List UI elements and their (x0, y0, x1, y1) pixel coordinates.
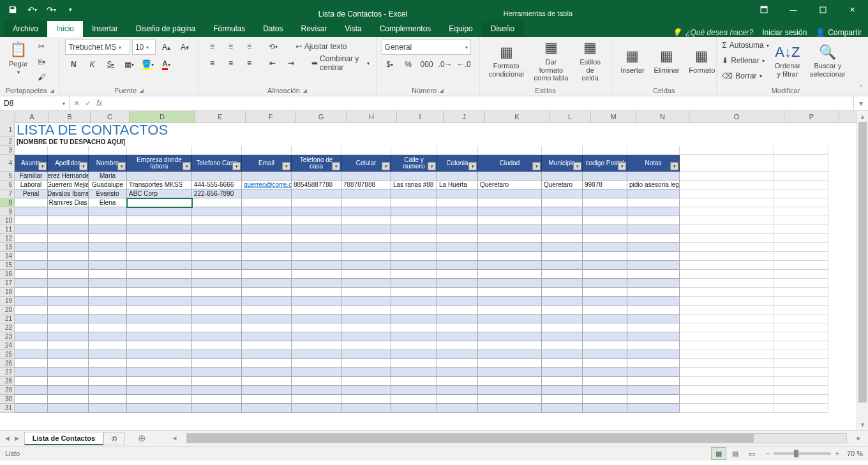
table-header[interactable]: Ciudad▾ (478, 155, 542, 172)
cell[interactable] (542, 359, 583, 368)
cell[interactable] (292, 234, 341, 243)
cell[interactable] (292, 350, 341, 359)
cell[interactable] (89, 234, 127, 243)
cell[interactable] (292, 207, 341, 216)
cell[interactable] (774, 359, 828, 368)
cell[interactable] (127, 225, 192, 234)
cell[interactable] (542, 270, 583, 279)
cell[interactable] (542, 306, 583, 314)
cell[interactable] (127, 306, 192, 314)
cell[interactable] (391, 395, 437, 404)
row-header-22[interactable]: 22 (0, 323, 15, 332)
share-button[interactable]: 👤Compartir (816, 28, 862, 37)
cell[interactable] (542, 252, 583, 261)
cell[interactable] (242, 261, 292, 270)
cell[interactable] (292, 279, 341, 288)
cell[interactable] (774, 225, 828, 234)
cell[interactable] (774, 341, 828, 350)
cell[interactable] (391, 216, 437, 225)
cell[interactable] (542, 314, 583, 323)
cell[interactable] (127, 252, 192, 261)
cell[interactable] (15, 359, 48, 368)
cell[interactable] (292, 297, 341, 306)
cell[interactable] (48, 288, 89, 297)
cell[interactable]: guerreo@corre.com (242, 181, 292, 189)
cell[interactable] (48, 207, 89, 216)
cell[interactable] (341, 350, 391, 359)
row-header-26[interactable]: 26 (0, 359, 15, 368)
cell[interactable] (542, 216, 583, 225)
cell[interactable] (437, 395, 478, 404)
cell[interactable] (48, 234, 89, 243)
filter-button[interactable]: ▾ (183, 162, 191, 170)
decrease-decimal-button[interactable]: ←.0 (456, 57, 472, 71)
cell[interactable] (242, 297, 292, 306)
cell[interactable] (437, 404, 478, 413)
cell[interactable] (478, 395, 542, 404)
cell[interactable] (583, 314, 627, 323)
cell[interactable] (627, 279, 680, 288)
cell[interactable] (437, 332, 478, 341)
cell[interactable] (542, 341, 583, 350)
cell[interactable] (583, 225, 627, 234)
cell[interactable] (391, 279, 437, 288)
cell[interactable] (391, 146, 437, 155)
cell[interactable] (89, 146, 127, 155)
table-header[interactable]: Notas▾ (627, 155, 680, 172)
filter-button[interactable]: ▾ (232, 162, 241, 170)
cell[interactable] (127, 279, 192, 288)
cell[interactable] (192, 368, 242, 377)
cell[interactable] (341, 198, 391, 207)
cell[interactable] (437, 261, 478, 270)
cell[interactable] (583, 279, 627, 288)
cell[interactable] (192, 270, 242, 279)
tab-complementos[interactable]: Complementos (371, 21, 440, 37)
cell[interactable] (192, 172, 242, 181)
cell[interactable] (89, 252, 127, 261)
cell[interactable] (89, 279, 127, 288)
cell[interactable] (627, 306, 680, 314)
cell[interactable] (341, 288, 391, 297)
cell[interactable] (542, 243, 583, 252)
cell[interactable] (478, 288, 542, 297)
cell[interactable] (583, 297, 627, 306)
cell[interactable] (391, 297, 437, 306)
cell[interactable] (15, 306, 48, 314)
col-header-F[interactable]: F (246, 111, 296, 122)
cell[interactable] (127, 386, 192, 395)
table-header[interactable]: Nombre▾ (89, 155, 127, 172)
cell[interactable] (48, 270, 89, 279)
col-header-E[interactable]: E (195, 111, 246, 122)
cell[interactable] (292, 341, 341, 350)
cell[interactable] (478, 297, 542, 306)
cell[interactable] (774, 189, 828, 198)
tab-equipo[interactable]: Equipo (440, 21, 481, 37)
col-header-P[interactable]: P (784, 111, 839, 122)
cell[interactable] (583, 377, 627, 386)
cell[interactable] (341, 234, 391, 243)
row-header-29[interactable]: 29 (0, 386, 15, 395)
cell[interactable] (341, 279, 391, 288)
cell[interactable] (680, 243, 774, 252)
cell[interactable] (391, 368, 437, 377)
tab-inicio[interactable]: Inicio (47, 21, 83, 37)
cell[interactable] (242, 288, 292, 297)
cell[interactable] (542, 386, 583, 395)
cell[interactable]: LISTA DE CONTACTOS (15, 122, 270, 137)
cell[interactable] (292, 377, 341, 386)
cell[interactable] (627, 225, 680, 234)
row-header-3[interactable]: 3 (0, 146, 15, 155)
cell[interactable] (583, 198, 627, 207)
cell[interactable] (192, 288, 242, 297)
dialog-launcher-icon[interactable]: ◢ (139, 87, 144, 94)
cell[interactable] (437, 225, 478, 234)
cell[interactable]: Evaristo (89, 189, 127, 198)
cell[interactable] (774, 306, 828, 314)
cell[interactable] (391, 314, 437, 323)
cell[interactable] (242, 279, 292, 288)
cell[interactable] (242, 198, 292, 207)
cell[interactable] (15, 332, 48, 341)
active-cell[interactable] (127, 198, 192, 207)
cell[interactable] (627, 216, 680, 225)
table-header[interactable]: Email▾ (242, 155, 292, 172)
